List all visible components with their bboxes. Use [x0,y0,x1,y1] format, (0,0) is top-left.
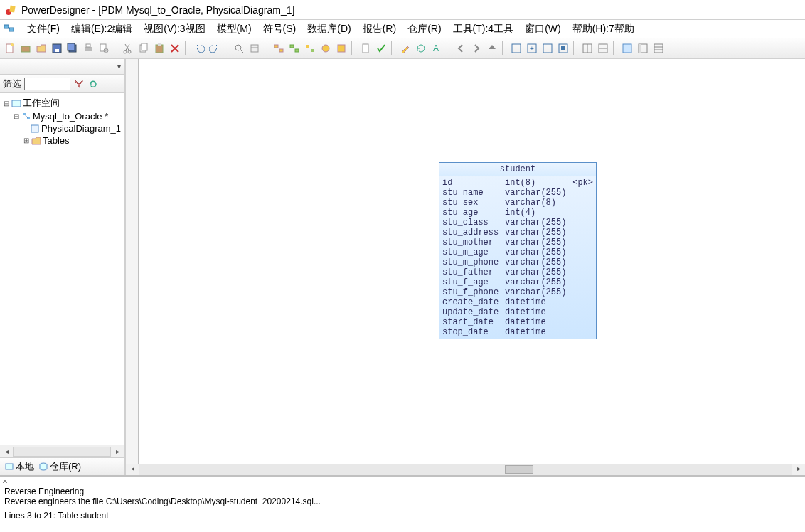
collapser-icon[interactable]: ⊟ [13,112,20,120]
save-all-icon[interactable] [65,41,80,55]
menu-help[interactable]: 帮助(H):7帮助 [567,21,640,37]
tree-label: Tables [43,135,70,146]
report-icon[interactable] [358,41,373,55]
zoom-out-icon[interactable]: − [540,41,555,55]
find-icon[interactable] [232,41,246,55]
entity-column-row[interactable]: stu_ageint(4) [442,208,593,218]
column-type: varchar(255) [505,257,570,267]
properties-icon[interactable] [247,41,262,55]
zoom-in-icon[interactable]: + [525,41,539,55]
entity-column-row[interactable]: idint(8)<pk> [442,178,593,188]
entity-column-row[interactable]: start_datedatetime [442,317,593,327]
check-icon[interactable] [374,41,388,55]
svg-rect-31 [311,49,314,52]
delete-icon[interactable] [168,41,182,55]
menu-symbol[interactable]: 符号(S) [257,21,302,37]
edit-symbol-icon[interactable] [398,41,412,55]
paste-icon[interactable] [152,41,166,55]
entity-column-row[interactable]: stu_f_agevarchar(255) [442,277,593,287]
entity-column-row[interactable]: stu_addressvarchar(255) [442,228,593,238]
collapser-icon[interactable]: ⊞ [23,137,30,144]
nav-forward-icon[interactable] [469,41,484,55]
tab-local[interactable]: 本地 [4,460,34,473]
open-icon[interactable] [34,41,48,55]
scroll-right-icon[interactable]: ▸ [792,464,805,475]
column-name: stu_m_phone [442,257,505,267]
menu-database[interactable]: 数据库(D) [302,21,356,37]
diagram-canvas[interactable]: student idint(8)<pk>stu_namevarchar(255)… [125,59,805,475]
collapser-icon[interactable]: ⊟ [3,100,10,107]
model5-icon[interactable] [334,41,348,55]
new-model-icon[interactable] [18,41,33,55]
undo-icon[interactable] [192,41,206,55]
copy-icon[interactable] [137,41,151,55]
menu-repository[interactable]: 仓库(R) [402,21,447,37]
new-icon[interactable] [3,41,17,55]
filter-input[interactable] [24,78,70,90]
entity-column-row[interactable]: stop_datedatetime [442,327,593,337]
redo-icon[interactable] [208,41,222,55]
scroll-left-icon[interactable]: ◂ [0,447,13,455]
refresh-filter-icon[interactable] [87,78,99,90]
menu-window[interactable]: 窗口(W) [519,21,567,37]
clear-filter-icon[interactable] [73,78,85,90]
column-type: varchar(255) [505,188,570,198]
chevron-down-icon[interactable]: ▾ [117,63,121,70]
model2-icon[interactable] [287,41,302,55]
zoom-fit-icon[interactable] [556,41,570,55]
entity-column-row[interactable]: stu_m_phonevarchar(255) [442,257,593,267]
column-key [570,297,593,307]
menu-model[interactable]: 模型(M) [211,21,257,37]
entity-column-row[interactable]: stu_sexvarchar(8) [442,198,593,208]
refresh-icon[interactable] [414,41,428,55]
column-name: stu_mother [442,238,505,248]
model4-icon[interactable] [319,41,333,55]
entity-column-row[interactable]: stu_f_phonevarchar(255) [442,287,593,297]
save-icon[interactable] [50,41,64,55]
tree-tables-folder[interactable]: ⊞ Tables [3,134,121,147]
scroll-left-icon[interactable]: ◂ [126,464,139,475]
panel1-icon[interactable] [620,41,634,55]
output-handle[interactable] [0,477,805,485]
column-type: datetime [505,317,570,327]
layout2-icon[interactable] [596,41,610,55]
entity-column-row[interactable]: update_datedatetime [442,307,593,317]
entity-column-row[interactable]: stu_fathervarchar(255) [442,267,593,277]
menu-view[interactable]: 视图(V):3视图 [138,21,210,37]
tree-diagram[interactable]: · PhysicalDiagram_1 [3,122,121,134]
entity-column-row[interactable]: stu_m_agevarchar(255) [442,248,593,257]
panel2-icon[interactable] [636,41,650,55]
entity-column-row[interactable]: stu_mothervarchar(255) [442,238,593,248]
canvas-h-scrollbar[interactable]: ◂ ▸ [126,464,805,475]
entity-column-row[interactable]: create_datedatetime [442,297,593,307]
entity-column-row[interactable]: stu_namevarchar(255) [442,188,593,198]
entity-student[interactable]: student idint(8)<pk>stu_namevarchar(255)… [439,162,597,339]
tab-repository[interactable]: 仓库(R) [38,460,81,473]
entity-column-row[interactable]: stu_classvarchar(255) [442,218,593,228]
print-icon[interactable] [81,41,95,55]
column-key [570,218,593,228]
tree-h-scrollbar[interactable]: ◂ ▸ [0,445,124,457]
text-a-icon[interactable]: A [430,41,444,55]
menu-tools[interactable]: 工具(T):4工具 [447,21,520,37]
scroll-thumb[interactable] [505,465,533,474]
cut-icon[interactable] [121,41,135,55]
tree-workspace[interactable]: ⊟ 工作空间 [3,96,121,110]
svg-rect-29 [295,49,299,52]
tree-model[interactable]: ⊟ Mysql_to_Oracle * [3,110,121,122]
object-tree[interactable]: ⊟ 工作空间 ⊟ Mysql_to_Oracle * · PhysicalDia… [0,93,124,445]
model3-icon[interactable] [303,41,317,55]
nav-up-icon[interactable] [485,41,499,55]
zoom-window-icon[interactable] [509,41,523,55]
column-key [570,327,593,337]
menu-edit[interactable]: 编辑(E):2编辑 [65,21,138,37]
menu-file[interactable]: 文件(F) [21,21,65,37]
model1-icon[interactable] [272,41,286,55]
panel3-icon[interactable] [651,41,666,55]
layout1-icon[interactable] [580,41,595,55]
scroll-right-icon[interactable]: ▸ [111,447,124,455]
menu-report[interactable]: 报告(R) [357,21,402,37]
column-name: stu_age [442,208,505,218]
print-preview-icon[interactable] [97,41,111,55]
nav-back-icon[interactable] [454,41,468,55]
